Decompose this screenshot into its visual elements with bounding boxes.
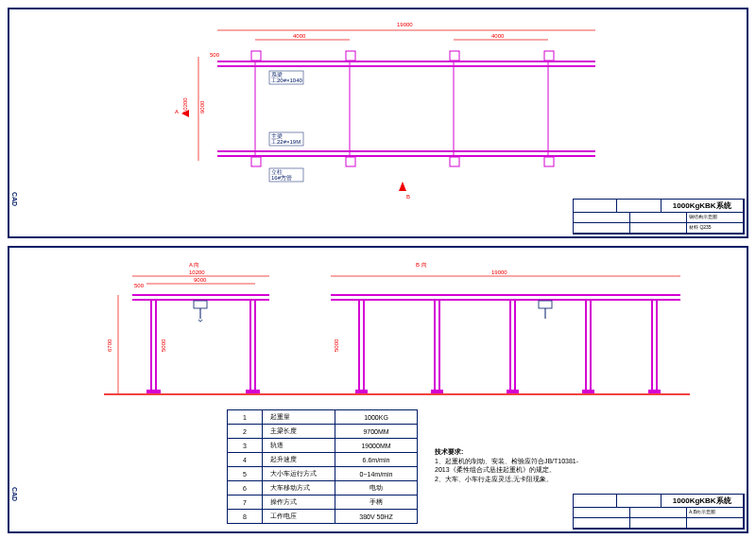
note-2b: 工22#×19M — [271, 139, 301, 145]
svg-rect-46 — [431, 390, 443, 393]
top-drawing-frame: CAD 19000 4000 4000 10200 9000 500 A — [8, 8, 748, 238]
svg-marker-21 — [399, 182, 406, 191]
svg-rect-49 — [507, 390, 519, 393]
dim-a-end: 500 — [134, 283, 145, 288]
dim-span-a: 4000 — [293, 33, 306, 39]
tb-title: 1000KgKBK系统 — [662, 200, 745, 212]
svg-rect-17 — [450, 51, 459, 61]
dim-end-offset: 500 — [210, 52, 220, 58]
b-columns — [355, 300, 661, 393]
dim-a-span: 9000 — [194, 277, 207, 283]
note-2a: 主梁 — [271, 132, 283, 139]
dim-a-width: 10200 — [189, 270, 205, 275]
tb-title-2: 1000KgKBK系统 — [662, 495, 745, 507]
svg-rect-12 — [346, 157, 355, 166]
dim-a-height: 6700 — [107, 339, 112, 352]
notes-line2: 2、大车、小车行走应灵活,无卡阻现象。 — [435, 475, 586, 484]
dim-span-c: 4000 — [491, 33, 505, 39]
dim-b-clear: 5000 — [334, 339, 339, 352]
dim-b-length: 19000 — [491, 270, 507, 275]
svg-rect-34 — [246, 390, 260, 393]
svg-rect-52 — [582, 390, 594, 393]
spec-table: 1起重量1000KG 2主梁长度9700MM 3轨道19000MM 4起升速度6… — [227, 409, 418, 524]
tb-material: 材料 Q235 — [687, 223, 744, 233]
notes-heading: 技术要求: — [435, 447, 586, 457]
elev-label-b: B 向 — [416, 262, 427, 268]
title-block-top: 1000KgKBK系统 钢结构示意图 材料 Q235 — [573, 199, 745, 235]
note-3b: 16#方管 — [271, 174, 292, 181]
svg-rect-43 — [355, 390, 368, 393]
cad-label: CAD — [9, 190, 20, 208]
svg-rect-16 — [346, 51, 355, 61]
svg-rect-55 — [648, 390, 661, 393]
note-1b: 工20#×1040 — [271, 78, 303, 83]
tech-notes: 技术要求: 1、起重机的制动、安装、检验应符合JB/T10381-2013《柔性… — [435, 447, 586, 484]
elev-label-a: A 向 — [189, 262, 199, 268]
svg-rect-11 — [251, 157, 261, 166]
cad-label-2: CAD — [9, 485, 20, 503]
tb-subtitle-elev: A,B向示意图 — [687, 508, 744, 517]
svg-rect-35 — [194, 301, 207, 308]
svg-rect-14 — [544, 157, 554, 166]
note-3a: 立柱 — [271, 168, 283, 175]
svg-rect-18 — [544, 51, 554, 61]
dim-a-clear: 5000 — [161, 339, 166, 352]
title-block-bottom: 1000KgKBK系统 A,B向示意图 — [573, 494, 745, 530]
svg-rect-56 — [539, 301, 552, 308]
dim-width-inner: 9000 — [199, 100, 205, 113]
label-b: B — [406, 194, 410, 200]
note-1a: 系梁 — [271, 71, 283, 78]
notes-line1: 1、起重机的制动、安装、检验应符合JB/T10381-2013《柔性组合式悬挂起… — [435, 457, 586, 476]
tb-subtitle-top: 钢结构示意图 — [687, 213, 744, 222]
svg-rect-33 — [146, 390, 161, 393]
svg-rect-13 — [450, 157, 459, 166]
dim-total-length: 19000 — [397, 22, 413, 27]
svg-rect-15 — [251, 51, 261, 61]
label-a: A — [175, 109, 179, 114]
elevation-frame: CAD A 向 B 向 10200 9000 500 6700 5000 190… — [8, 246, 748, 533]
